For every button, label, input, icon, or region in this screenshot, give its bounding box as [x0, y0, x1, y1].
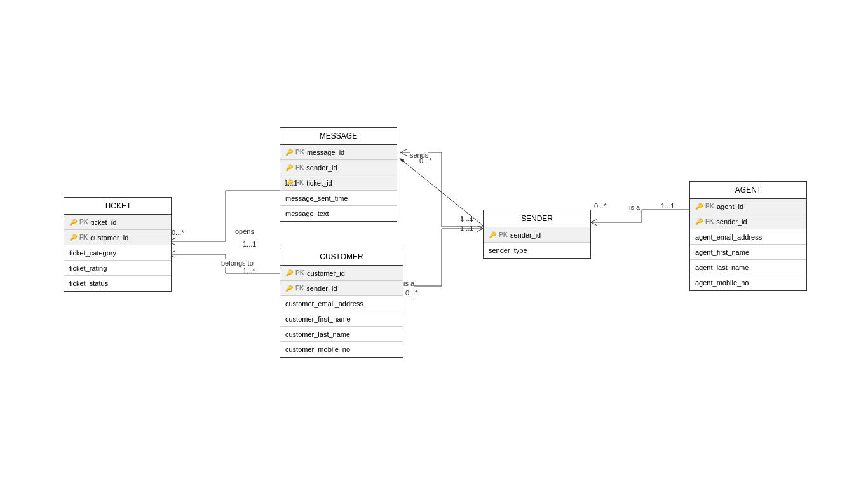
- customer-field-sender_id: 🔑 FK sender_id: [280, 281, 403, 296]
- agent-table: AGENT 🔑 PK agent_id 🔑 FK sender_id agent…: [689, 181, 807, 291]
- pk-icon: 🔑: [285, 149, 293, 156]
- pk-icon: 🔑: [285, 269, 293, 276]
- message-field-ticket_id: 🔑 FK ticket_id: [280, 175, 397, 191]
- ticket-table: TICKET 🔑 PK ticket_id 🔑 FK customer_id t…: [64, 197, 172, 292]
- pk-icon: 🔑: [69, 219, 77, 226]
- pk-icon: 🔑: [489, 231, 496, 238]
- fk-icon: 🔑: [695, 218, 703, 225]
- ticket-field-ticket_rating: ticket_rating: [64, 261, 171, 276]
- cust-isa-card2: 1...1: [460, 224, 473, 232]
- pk-icon: 🔑: [695, 203, 703, 210]
- agent-is-a-label: is a: [629, 203, 640, 211]
- belongs-card1: 1...*: [243, 267, 255, 274]
- opens-label: opens: [235, 227, 254, 235]
- agent-field-agent_id: 🔑 PK agent_id: [690, 199, 806, 214]
- fk-icon: 🔑: [285, 164, 293, 171]
- belongs-to-label: belongs to: [221, 259, 254, 267]
- opens-card1: 1...1: [243, 240, 256, 248]
- agent-field-email: agent_email_address: [690, 229, 806, 245]
- customer-field-first_name: customer_first_name: [280, 311, 403, 327]
- customer-field-customer_id: 🔑 PK customer_id: [280, 266, 403, 281]
- message-field-message_sent_time: message_sent_time: [280, 191, 397, 206]
- message-table: MESSAGE 🔑 PK message_id 🔑 FK sender_id 🔑…: [280, 127, 397, 222]
- belongs-card2: 1...1: [284, 179, 297, 187]
- agent-field-sender_id: 🔑 FK sender_id: [690, 214, 806, 229]
- customer-is-a-label: is a: [403, 280, 414, 287]
- agent-field-mobile: agent_mobile_no: [690, 275, 806, 290]
- ticket-table-body: 🔑 PK ticket_id 🔑 FK customer_id ticket_c…: [64, 215, 171, 291]
- agent-table-header: AGENT: [690, 182, 806, 199]
- customer-field-mobile: customer_mobile_no: [280, 342, 403, 357]
- customer-table-header: CUSTOMER: [280, 248, 403, 266]
- cust-isa-card1: 0...*: [405, 289, 418, 297]
- message-table-header: MESSAGE: [280, 128, 397, 145]
- sender-field-sender_id: 🔑 PK sender_id: [484, 227, 590, 243]
- sender-field-sender_type: sender_type: [484, 243, 590, 258]
- agent-isa-card1: 0...*: [594, 202, 607, 210]
- ticket-field-ticket_category: ticket_category: [64, 245, 171, 261]
- agent-table-body: 🔑 PK agent_id 🔑 FK sender_id agent_email…: [690, 199, 806, 290]
- sends-card2: 0...*: [419, 157, 432, 165]
- fk-icon: 🔑: [285, 285, 293, 292]
- customer-table-body: 🔑 PK customer_id 🔑 FK sender_id customer…: [280, 266, 403, 357]
- fk-icon: 🔑: [69, 234, 77, 241]
- agent-field-first_name: agent_first_name: [690, 245, 806, 260]
- sender-table-body: 🔑 PK sender_id sender_type: [484, 227, 590, 258]
- ticket-field-ticket_status: ticket_status: [64, 276, 171, 291]
- sender-table: SENDER 🔑 PK sender_id sender_type: [483, 210, 591, 259]
- message-field-message_id: 🔑 PK message_id: [280, 145, 397, 160]
- agent-isa-card2: 1...1: [661, 202, 674, 210]
- message-field-message_text: message_text: [280, 206, 397, 221]
- customer-table: CUSTOMER 🔑 PK customer_id 🔑 FK sender_id…: [280, 248, 403, 358]
- ticket-table-header: TICKET: [64, 198, 171, 215]
- opens-card2: 0...*: [172, 229, 184, 236]
- msg-sender-card: 1...1: [460, 216, 473, 224]
- ticket-field-customer_id: 🔑 FK customer_id: [64, 230, 171, 245]
- customer-field-email: customer_email_address: [280, 296, 403, 311]
- diagram-canvas: TICKET 🔑 PK ticket_id 🔑 FK customer_id t…: [0, 0, 868, 488]
- agent-field-last_name: agent_last_name: [690, 260, 806, 275]
- customer-field-last_name: customer_last_name: [280, 327, 403, 342]
- message-table-body: 🔑 PK message_id 🔑 FK sender_id 🔑 FK tick…: [280, 145, 397, 221]
- sender-table-header: SENDER: [484, 210, 590, 227]
- ticket-field-ticket_id: 🔑 PK ticket_id: [64, 215, 171, 230]
- message-field-sender_id: 🔑 FK sender_id: [280, 160, 397, 175]
